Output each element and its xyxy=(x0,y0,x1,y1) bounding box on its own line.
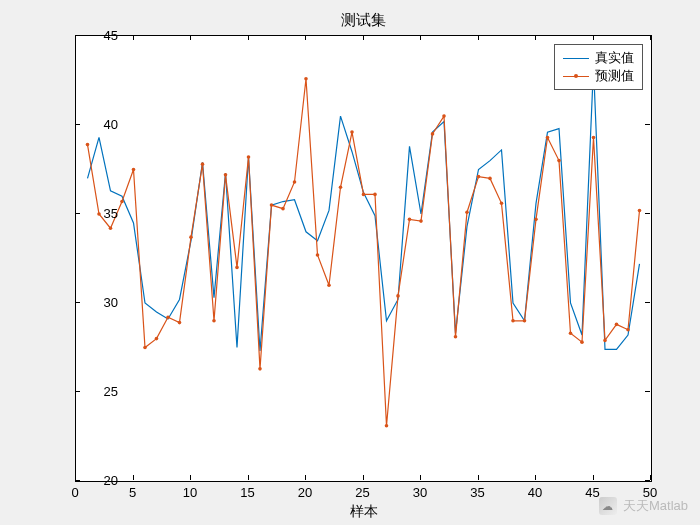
svg-point-1 xyxy=(97,212,101,216)
plot-area xyxy=(76,36,651,481)
legend-box: 真实值 预测值 xyxy=(554,44,643,90)
chart-axes: 测试集 样本 真实值 预测值 xyxy=(75,35,652,482)
figure-window: 测试集 样本 真实值 预测值 2025303540450510152025303… xyxy=(0,0,700,525)
svg-point-15 xyxy=(258,367,262,371)
svg-point-6 xyxy=(155,337,159,341)
y-tick-label: 40 xyxy=(104,117,118,132)
legend-item-true: 真实值 xyxy=(563,49,634,67)
svg-point-0 xyxy=(86,143,90,147)
y-tick-label: 20 xyxy=(104,473,118,488)
svg-point-43 xyxy=(580,340,584,344)
svg-point-47 xyxy=(626,328,630,332)
svg-point-34 xyxy=(477,175,481,179)
x-tick-label: 15 xyxy=(240,485,254,500)
svg-point-17 xyxy=(281,207,285,211)
svg-point-26 xyxy=(385,424,389,428)
svg-point-27 xyxy=(396,294,400,298)
x-tick-label: 30 xyxy=(413,485,427,500)
svg-point-30 xyxy=(431,132,435,136)
svg-point-33 xyxy=(465,210,469,214)
svg-point-42 xyxy=(569,331,573,335)
svg-point-37 xyxy=(511,319,515,323)
x-tick-label: 40 xyxy=(528,485,542,500)
x-tick-label: 20 xyxy=(298,485,312,500)
watermark-icon: ☁ xyxy=(599,497,617,515)
x-tick-label: 0 xyxy=(71,485,78,500)
svg-point-25 xyxy=(373,193,377,197)
svg-point-29 xyxy=(419,219,423,223)
svg-point-3 xyxy=(120,200,124,204)
x-tick-label: 25 xyxy=(355,485,369,500)
svg-point-12 xyxy=(224,173,228,177)
svg-point-23 xyxy=(350,130,354,134)
svg-point-21 xyxy=(327,283,331,287)
svg-point-40 xyxy=(546,136,550,140)
svg-point-7 xyxy=(166,315,170,319)
x-tick-label: 35 xyxy=(470,485,484,500)
legend-swatch-true xyxy=(563,58,589,59)
svg-point-38 xyxy=(523,319,527,323)
svg-point-13 xyxy=(235,266,239,270)
svg-point-22 xyxy=(339,186,343,190)
y-tick-label: 30 xyxy=(104,295,118,310)
svg-point-8 xyxy=(178,321,182,325)
svg-point-9 xyxy=(189,235,193,239)
x-tick-label: 45 xyxy=(585,485,599,500)
svg-point-4 xyxy=(132,168,136,172)
legend-label-true: 真实值 xyxy=(595,49,634,67)
svg-point-28 xyxy=(408,218,412,222)
y-tick-label: 45 xyxy=(104,28,118,43)
x-tick-label: 5 xyxy=(129,485,136,500)
svg-point-16 xyxy=(270,203,274,207)
svg-point-2 xyxy=(109,226,113,230)
svg-point-36 xyxy=(500,202,504,206)
watermark-text: 天天Matlab xyxy=(623,497,688,515)
x-tick-label: 10 xyxy=(183,485,197,500)
chart-title: 测试集 xyxy=(76,11,651,30)
svg-point-41 xyxy=(557,159,561,163)
watermark: ☁ 天天Matlab xyxy=(599,497,688,515)
svg-point-48 xyxy=(638,209,642,213)
x-axis-label: 样本 xyxy=(76,503,651,521)
svg-point-19 xyxy=(304,77,308,81)
svg-point-5 xyxy=(143,346,147,350)
y-tick-label: 35 xyxy=(104,206,118,221)
legend-item-pred: 预测值 xyxy=(563,67,634,85)
svg-point-24 xyxy=(362,193,366,197)
svg-point-44 xyxy=(592,136,596,140)
y-tick-label: 25 xyxy=(104,384,118,399)
svg-point-18 xyxy=(293,180,297,184)
legend-swatch-pred xyxy=(563,76,589,77)
svg-point-14 xyxy=(247,155,251,159)
svg-point-11 xyxy=(212,319,216,323)
svg-point-10 xyxy=(201,162,205,166)
svg-point-32 xyxy=(454,335,458,339)
svg-point-20 xyxy=(316,253,320,257)
svg-point-35 xyxy=(488,177,492,181)
svg-point-39 xyxy=(534,218,538,222)
svg-point-31 xyxy=(442,114,446,118)
svg-point-45 xyxy=(603,339,607,343)
legend-label-pred: 预测值 xyxy=(595,67,634,85)
svg-point-46 xyxy=(615,323,619,327)
